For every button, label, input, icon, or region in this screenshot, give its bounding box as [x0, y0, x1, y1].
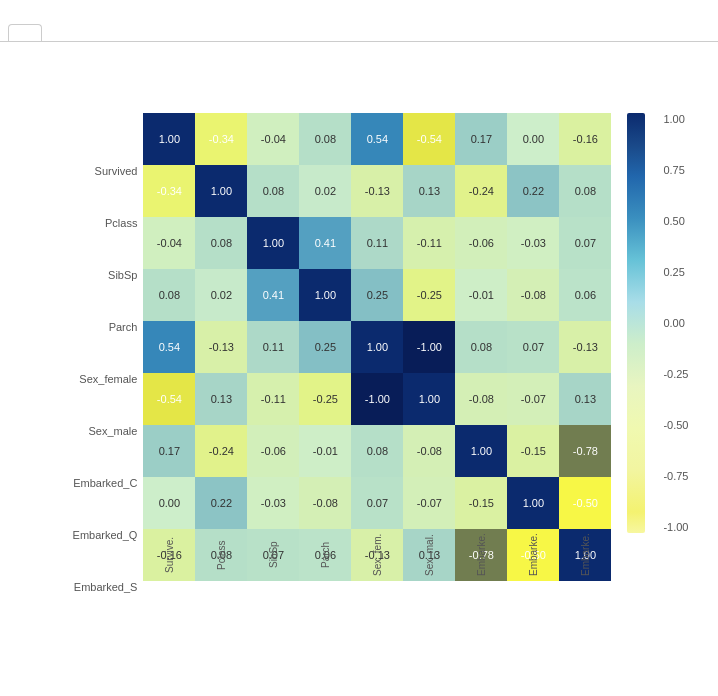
cell-7-4: 0.07 — [351, 477, 403, 529]
cell-0-7: 0.00 — [507, 113, 559, 165]
cell-5-3: -0.25 — [299, 373, 351, 425]
cell-2-2: 1.00 — [247, 217, 299, 269]
y-label-8: Embarked_S — [74, 561, 138, 613]
cell-3-5: -0.25 — [403, 269, 455, 321]
y-label-4: Sex_female — [79, 353, 137, 405]
cell-2-8: 0.07 — [559, 217, 611, 269]
colorbar-label-8: -1.00 — [663, 521, 688, 533]
y-labels: SurvivedPclassSibSpParchSex_femaleSex_ma… — [73, 145, 138, 613]
cell-7-6: -0.15 — [455, 477, 507, 529]
colorbar-label-7: -0.75 — [663, 470, 688, 482]
cell-4-7: 0.07 — [507, 321, 559, 373]
cell-5-6: -0.08 — [455, 373, 507, 425]
cell-6-3: -0.01 — [299, 425, 351, 477]
cell-7-8: -0.50 — [559, 477, 611, 529]
colorbar-label-5: -0.25 — [663, 368, 688, 380]
cell-4-2: 0.11 — [247, 321, 299, 373]
x-label-2: SibSp — [247, 525, 299, 585]
cell-3-3: 1.00 — [299, 269, 351, 321]
cell-3-4: 0.25 — [351, 269, 403, 321]
grid-wrapper: 1.00-0.34-0.040.080.54-0.540.170.00-0.16… — [143, 113, 611, 645]
cell-0-1: -0.34 — [195, 113, 247, 165]
cell-3-6: -0.01 — [455, 269, 507, 321]
cell-0-3: 0.08 — [299, 113, 351, 165]
cell-6-7: -0.15 — [507, 425, 559, 477]
cell-4-8: -0.13 — [559, 321, 611, 373]
cell-1-7: 0.22 — [507, 165, 559, 217]
colorbar-label-0: 1.00 — [663, 113, 688, 125]
y-label-0: Survived — [95, 145, 138, 197]
cell-0-6: 0.17 — [455, 113, 507, 165]
x-label-8: Embarke. — [559, 525, 611, 585]
cell-1-2: 0.08 — [247, 165, 299, 217]
cell-3-2: 0.41 — [247, 269, 299, 321]
cell-7-0: 0.00 — [143, 477, 195, 529]
cell-4-4: 1.00 — [351, 321, 403, 373]
colorbar-labels: 1.000.750.500.250.00-0.25-0.50-0.75-1.00 — [663, 113, 688, 533]
grid-and-colorbar: 1.00-0.34-0.040.080.54-0.540.170.00-0.16… — [143, 113, 645, 645]
y-label-6: Embarked_C — [73, 457, 137, 509]
cell-1-4: -0.13 — [351, 165, 403, 217]
x-label-5: Sex_mal. — [403, 525, 455, 585]
colorbar-label-2: 0.50 — [663, 215, 688, 227]
cell-7-2: -0.03 — [247, 477, 299, 529]
y-label-5: Sex_male — [88, 405, 137, 457]
cell-3-0: 0.08 — [143, 269, 195, 321]
cell-2-6: -0.06 — [455, 217, 507, 269]
cell-4-1: -0.13 — [195, 321, 247, 373]
heatmap-grid: 1.00-0.34-0.040.080.54-0.540.170.00-0.16… — [143, 113, 611, 581]
cell-4-3: 0.25 — [299, 321, 351, 373]
cell-6-1: -0.24 — [195, 425, 247, 477]
cell-1-0: -0.34 — [143, 165, 195, 217]
cell-2-4: 0.11 — [351, 217, 403, 269]
cell-2-1: 0.08 — [195, 217, 247, 269]
chart-area: SurvivedPclassSibSpParchSex_femaleSex_ma… — [73, 113, 646, 645]
x-label-0: Survive. — [143, 525, 195, 585]
y-label-1: Pclass — [105, 197, 137, 249]
cell-3-7: -0.08 — [507, 269, 559, 321]
cell-6-4: 0.08 — [351, 425, 403, 477]
tab-bar — [0, 0, 718, 42]
colorbar-label-3: 0.25 — [663, 266, 688, 278]
cell-5-5: 1.00 — [403, 373, 455, 425]
cell-2-0: -0.04 — [143, 217, 195, 269]
cell-2-5: -0.11 — [403, 217, 455, 269]
cell-1-6: -0.24 — [455, 165, 507, 217]
cell-2-3: 0.41 — [299, 217, 351, 269]
x-label-7: Embarke. — [507, 525, 559, 585]
x-label-3: Parch — [299, 525, 351, 585]
cell-5-4: -1.00 — [351, 373, 403, 425]
cell-1-5: 0.13 — [403, 165, 455, 217]
x-label-1: Pclass — [195, 525, 247, 585]
cell-7-1: 0.22 — [195, 477, 247, 529]
cell-0-8: -0.16 — [559, 113, 611, 165]
tab-corr[interactable] — [8, 24, 42, 41]
cell-6-2: -0.06 — [247, 425, 299, 477]
cell-6-8: -0.78 — [559, 425, 611, 477]
cell-6-6: 1.00 — [455, 425, 507, 477]
colorbar-label-6: -0.50 — [663, 419, 688, 431]
cell-0-4: 0.54 — [351, 113, 403, 165]
cell-4-5: -1.00 — [403, 321, 455, 373]
y-label-2: SibSp — [108, 249, 137, 301]
x-label-6: Embarke. — [455, 525, 507, 585]
x-label-4: Sex_fem. — [351, 525, 403, 585]
cell-1-1: 1.00 — [195, 165, 247, 217]
cell-0-0: 1.00 — [143, 113, 195, 165]
cell-7-5: -0.07 — [403, 477, 455, 529]
cell-1-8: 0.08 — [559, 165, 611, 217]
cell-0-2: -0.04 — [247, 113, 299, 165]
y-label-7: Embarked_Q — [73, 509, 138, 561]
cell-3-1: 0.02 — [195, 269, 247, 321]
cell-0-5: -0.54 — [403, 113, 455, 165]
colorbar-wrapper: 1.000.750.500.250.00-0.25-0.50-0.75-1.00 — [627, 113, 645, 533]
cell-3-8: 0.06 — [559, 269, 611, 321]
cell-5-8: 0.13 — [559, 373, 611, 425]
cell-4-0: 0.54 — [143, 321, 195, 373]
cell-7-3: -0.08 — [299, 477, 351, 529]
cell-7-7: 1.00 — [507, 477, 559, 529]
cell-5-0: -0.54 — [143, 373, 195, 425]
cell-1-3: 0.02 — [299, 165, 351, 217]
x-labels: Survive.PclassSibSpParchSex_fem.Sex_mal.… — [143, 585, 611, 645]
cell-5-1: 0.13 — [195, 373, 247, 425]
